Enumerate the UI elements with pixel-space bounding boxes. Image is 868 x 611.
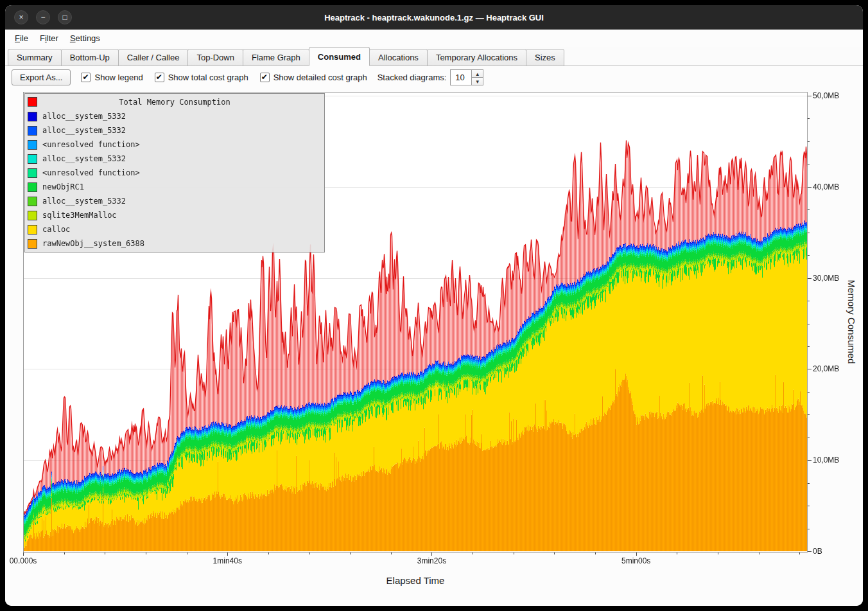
checkbox-group: Show legend Show total cost graph Show d… <box>81 73 367 82</box>
export-as-button[interactable]: Export As... <box>12 69 71 85</box>
x-axis-tick-label: 5min00s <box>621 556 650 565</box>
legend-swatch-icon <box>28 182 37 192</box>
legend-item: alloc__system_5332 <box>25 194 324 208</box>
toolbar-checkbox[interactable]: Show detailed cost graph <box>260 73 367 82</box>
legend-item: calloc <box>25 222 324 236</box>
y-axis-tick-label: 20,0MB <box>813 364 839 373</box>
tab[interactable]: Caller / Callee <box>118 49 189 66</box>
tab[interactable]: Temporary Allocations <box>427 49 526 66</box>
legend-item-label: <unresolved function> <box>42 140 140 149</box>
spin-down-icon[interactable] <box>472 77 483 85</box>
spinbox-arrows <box>472 69 483 85</box>
legend-title: Total Memory Consumption <box>119 98 230 107</box>
legend-item: newObjRC1 <box>25 180 324 194</box>
legend-item-label: rawNewObj__system_6388 <box>42 239 144 248</box>
legend-item: alloc__system_5332 <box>25 123 324 137</box>
stacked-diagrams-spinbox[interactable]: 10 <box>450 69 483 85</box>
tab[interactable]: Flame Graph <box>243 49 309 66</box>
legend-swatch-icon <box>28 168 37 178</box>
legend-swatch-icon <box>28 211 37 220</box>
chart-region: Total Memory Consumption alloc__system_5… <box>5 89 863 606</box>
legend-total-swatch-icon <box>28 97 37 107</box>
legend-item-label: alloc__system_5332 <box>42 154 126 163</box>
x-axis-tick-label: 3min20s <box>417 556 446 565</box>
legend-swatch-icon <box>28 239 37 249</box>
menu-item[interactable]: Filter <box>34 30 64 47</box>
y-axis-tick-label: 30,0MB <box>813 274 839 283</box>
legend-item: <unresolved function> <box>25 166 324 180</box>
legend-swatch-icon <box>28 154 37 164</box>
checkbox-icon[interactable] <box>81 73 91 82</box>
legend-item-label: <unresolved function> <box>42 168 140 177</box>
stacked-diagrams-value[interactable]: 10 <box>450 69 472 85</box>
checkbox-label: Show legend <box>94 73 143 82</box>
y-axis-tick-label: 10,0MB <box>813 456 839 465</box>
app-window: × − □ Heaptrack - heaptrack.wakunode.1.g… <box>5 5 863 606</box>
window-close-button[interactable]: × <box>14 10 28 24</box>
window-minimize-button[interactable]: − <box>36 10 50 24</box>
legend-item-label: alloc__system_5332 <box>42 112 126 121</box>
menu-item[interactable]: File <box>9 30 34 47</box>
legend-item: alloc__system_5332 <box>25 152 324 166</box>
tab[interactable]: Allocations <box>369 49 428 66</box>
checkbox-icon[interactable] <box>155 73 164 82</box>
chart-plot: Total Memory Consumption alloc__system_5… <box>23 92 808 553</box>
legend-item-label: calloc <box>42 225 70 234</box>
legend-swatch-icon <box>28 225 37 235</box>
window-title: Heaptrack - heaptrack.wakunode.1.gz — He… <box>324 13 544 22</box>
chart-legend: Total Memory Consumption alloc__system_5… <box>24 93 325 252</box>
stacked-diagrams-label: Stacked diagrams: <box>378 73 447 82</box>
window-titlebar: × − □ Heaptrack - heaptrack.wakunode.1.g… <box>5 5 863 30</box>
tab-bar: Summary Bottom-Up Caller / Callee Top-Do… <box>5 47 863 66</box>
x-axis-title: Elapsed Time <box>386 575 445 586</box>
legend-item: alloc__system_5332 <box>25 109 324 123</box>
menu-item[interactable]: Settings <box>64 30 106 47</box>
legend-item: sqlite3MemMalloc <box>25 208 324 222</box>
tab[interactable]: Sizes <box>526 49 564 66</box>
y-axis-tick-label: 40,0MB <box>813 182 839 191</box>
chart-toolbar: Export As... Show legend Show total cost… <box>5 66 863 89</box>
legend-title-row: Total Memory Consumption <box>25 95 324 109</box>
x-axis-tick-label: 1min40s <box>213 556 242 565</box>
legend-item: <unresolved function> <box>25 137 324 152</box>
tab[interactable]: Summary <box>8 49 62 66</box>
checkbox-icon[interactable] <box>260 73 270 82</box>
tab[interactable]: Consumed <box>309 47 370 66</box>
legend-item-label: alloc__system_5332 <box>42 126 126 135</box>
y-axis-title: Memory Consumed <box>846 280 857 364</box>
checkbox-label: Show detailed cost graph <box>273 73 367 82</box>
tab[interactable]: Bottom-Up <box>61 49 119 66</box>
legend-item-label: sqlite3MemMalloc <box>42 211 117 220</box>
tab[interactable]: Top-Down <box>187 49 243 66</box>
legend-swatch-icon <box>28 197 37 206</box>
toolbar-checkbox[interactable]: Show total cost graph <box>155 73 248 82</box>
legend-swatch-icon <box>28 112 37 121</box>
y-axis-tick-label: 50,0MB <box>813 91 839 100</box>
window-maximize-button[interactable]: □ <box>58 10 72 24</box>
checkbox-label: Show total cost graph <box>168 73 248 82</box>
spin-up-icon[interactable] <box>472 70 483 77</box>
legend-item-label: newObjRC1 <box>42 182 84 191</box>
legend-swatch-icon <box>28 126 37 136</box>
toolbar-checkbox[interactable]: Show legend <box>81 73 143 82</box>
stacked-diagrams-control: Stacked diagrams: 10 <box>378 69 484 85</box>
legend-item: rawNewObj__system_6388 <box>25 236 324 251</box>
window-buttons: × − □ <box>14 5 72 30</box>
legend-item-label: alloc__system_5332 <box>42 197 126 206</box>
y-axis-tick-label: 0B <box>813 547 822 556</box>
x-axis-tick-label: 00.000s <box>10 556 37 565</box>
legend-swatch-icon <box>28 140 37 150</box>
menu-bar: File Filter Settings <box>5 30 863 47</box>
